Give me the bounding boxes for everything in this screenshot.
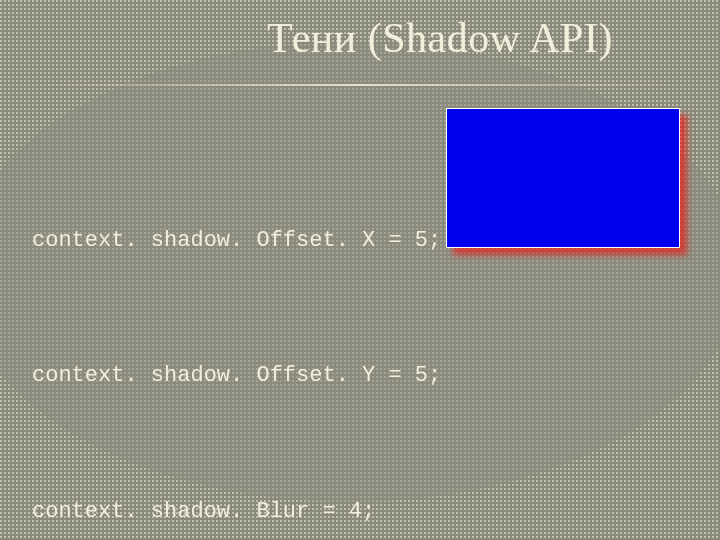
code-line: context. shadow. Offset. Y = 5; (32, 353, 688, 398)
title-divider (32, 84, 688, 86)
slide: Тени (Shadow API) context. shadow. Offse… (0, 0, 720, 540)
code-line: context. shadow. Blur = 4; (32, 489, 688, 534)
slide-title: Тени (Shadow API) (0, 14, 720, 62)
code-block: context. shadow. Offset. X = 5; context.… (32, 128, 688, 540)
code-line: context. shadow. Offset. X = 5; (32, 218, 688, 263)
